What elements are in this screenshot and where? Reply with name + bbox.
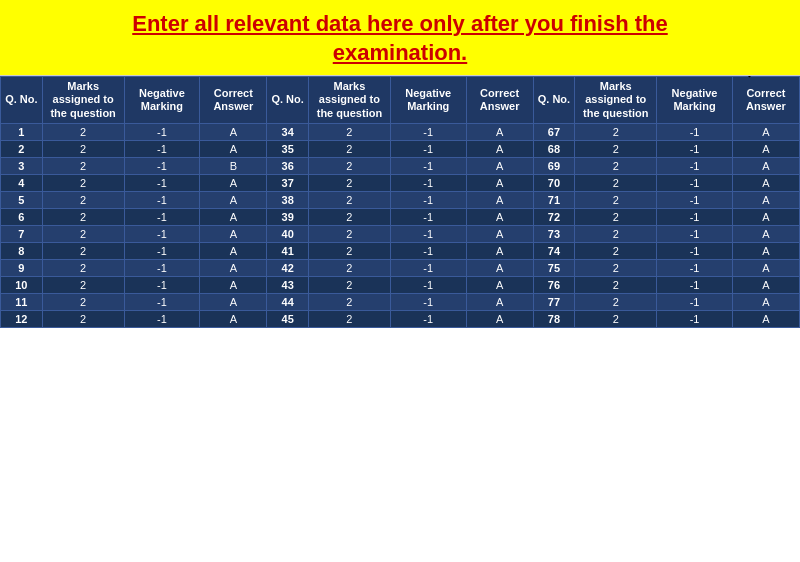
svg-line-0: [749, 76, 799, 77]
col-header-neg-1: Negative Marking: [124, 77, 200, 124]
col-header-ans-3: Correct Answer: [732, 77, 799, 124]
col-header-qno-2: Q. No.: [267, 77, 309, 124]
table-row: 122-1A452-1A782-1A: [1, 310, 800, 327]
col-header-qno-3: Q. No.: [533, 77, 575, 124]
svg-marker-1: [743, 76, 757, 77]
table-row: 32-1B362-1A692-1A: [1, 157, 800, 174]
table-body: 12-1A342-1A672-1A22-1A352-1A682-1A32-1B3…: [1, 123, 800, 327]
col-header-marks-2: Marks assigned to the question: [308, 77, 390, 124]
col-header-neg-2: Negative Marking: [390, 77, 466, 124]
data-table: Q. No. Marks assigned to the question Ne…: [0, 76, 800, 328]
table-row: 102-1A432-1A762-1A: [1, 276, 800, 293]
col-header-ans-1: Correct Answer: [200, 77, 267, 124]
header-title: Enter all relevant data here only after …: [20, 10, 780, 67]
table-row: 82-1A412-1A742-1A: [1, 242, 800, 259]
header-banner: Enter all relevant data here only after …: [0, 0, 800, 76]
arrow-annotation: [739, 76, 800, 87]
col-header-marks-1: Marks assigned to the question: [42, 77, 124, 124]
table-wrapper: Q. No. Marks assigned to the question Ne…: [0, 76, 800, 562]
col-header-neg-3: Negative Marking: [657, 77, 733, 124]
col-header-marks-3: Marks assigned to the question: [575, 77, 657, 124]
table-row: 112-1A442-1A772-1A: [1, 293, 800, 310]
table-row: 72-1A402-1A732-1A: [1, 225, 800, 242]
table-row: 52-1A382-1A712-1A: [1, 191, 800, 208]
table-row: 92-1A422-1A752-1A: [1, 259, 800, 276]
table-row: 22-1A352-1A682-1A: [1, 140, 800, 157]
table-row: 12-1A342-1A672-1A: [1, 123, 800, 140]
table-row: 62-1A392-1A722-1A: [1, 208, 800, 225]
col-header-qno-1: Q. No.: [1, 77, 43, 124]
content-area: Q. No. Marks assigned to the question Ne…: [0, 76, 800, 562]
table-row: 42-1A372-1A702-1A: [1, 174, 800, 191]
col-header-ans-2: Correct Answer: [466, 77, 533, 124]
